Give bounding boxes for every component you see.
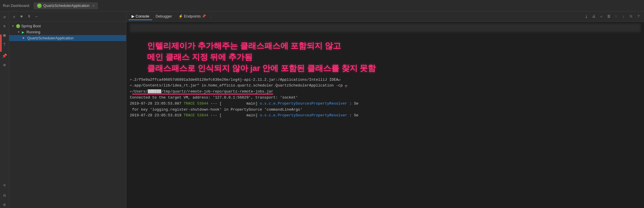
softwrap-icon[interactable]: ⏎ [598,14,604,20]
tree-item-running[interactable]: ▼ ▶ Running [9,29,126,35]
tree-arrow-springboot: ▼ [11,24,14,28]
run-panel-toolbar: ↺ ■ ⏸ ⋯ [9,11,126,22]
settings-icon[interactable]: ⚙ [1,201,8,208]
log-line-trace-2: 2019-07-28 23:05:53.819 TRACE 53844 --- … [130,113,641,119]
path-underlined: /Users/██████/tmp/quartz/remote-job-repo… [132,89,273,95]
run-arrow-icon: ▶ [22,30,25,34]
toolbar-more-icon[interactable]: ⋯ [33,14,40,20]
stop-toolbar-icon[interactable]: ■ [18,14,25,20]
log-line-3: ⌐/Users/██████/tmp/quartz/remote-job-rep… [130,89,641,95]
title-bar: Run Dashboard: 🌱 QuartzSchedulerApplicat… [0,0,644,11]
camera-icon[interactable]: ⊙ [1,182,8,188]
layout-icon[interactable]: ⊞ [1,61,8,68]
pin-icon[interactable]: 📌 [1,52,8,59]
log-line-connected: Connected to the target VM, address: '12… [130,95,641,101]
run-panel: ↺ ■ ⏸ ⋯ ▼ 🌱 Spring Boot ▼ ▶ Running [9,11,126,208]
log-line-shutdown: for key 'logging.register-shutdown-hook'… [130,107,641,113]
main-layout: ↺ ⇅ ▣ ⊤ 📌 ⊞ ⊙ ⊟ ⚙ ↺ ■ ⏸ ⋯ ▼ 🌱 Spring Boo… [0,11,644,208]
annotation-line-1: 인텔리제이가 추가해주는 클래스패스에 포함되지 않고 [147,40,629,51]
log-line-1: ⌐.2/f5e9a2ffca496057d6891a3de65128efc636… [130,77,641,83]
pause-toolbar-icon[interactable]: ⏸ [26,14,32,20]
debugger-label: Debugger [156,14,172,18]
tree-item-springboot[interactable]: ▼ 🌱 Spring Boot [9,23,126,29]
clear-icon[interactable]: 🗑 [606,14,612,20]
tab-debugger[interactable]: Debugger [153,13,175,20]
up-scroll-icon[interactable]: ↑ [613,14,619,20]
tab-close-button[interactable]: × [92,4,95,8]
running-label: Running [26,30,40,34]
stop-all-icon[interactable]: ▣ [1,32,8,38]
console-icon: ▶ [132,14,134,18]
log-line-trace-1: 2019-07-28 23:05:53.807 TRACE 53844 --- … [130,101,641,107]
rerun-toolbar-icon[interactable]: ↺ [11,14,17,20]
console-toolbar-right: ⤓ 🖨 ⏎ 🗑 ↑ ↓ ⎘ ? [583,14,642,20]
run-tree: ▼ 🌱 Spring Boot ▼ ▶ Running ✦ QuartzSche… [9,22,126,208]
spring-boot-icon: 🌱 [16,24,20,28]
print-icon[interactable]: 🖨 [591,14,597,20]
endpoints-label: Endpoints [184,14,201,18]
spring-boot-label: Spring Boot [21,24,41,28]
grid-icon[interactable]: ⊟ [1,192,8,199]
scroll-end-icon[interactable]: ⤓ [583,14,589,20]
down-scroll-icon[interactable]: ↓ [620,14,627,20]
tree-item-quartz-app[interactable]: ✦ QuartzSchedulerApplication [9,35,126,41]
filter-icon[interactable]: ⊤ [1,41,8,48]
console-tab-label: Console [136,14,149,18]
endpoints-pin-icon: 📌 [202,14,206,18]
copy-output-icon[interactable]: ⎘ [628,14,634,20]
console-panel: ▶ Console Debugger ⚡ Endpoints 📌 ⤓ 🖨 ⏎ 🗑 [126,11,644,208]
annotation-line-3: 클래스패스로 인식되지 않아 jar 안에 포함된 클래스를 찾지 못함 [147,63,629,74]
app-icon: ✦ [22,36,25,40]
annotation-box: 인텔리제이가 추가해주는 클래스패스에 포함되지 않고 메인 클래스 지정 뒤에… [130,34,641,77]
console-toolbar: ▶ Console Debugger ⚡ Endpoints 📌 ⤓ 🖨 ⏎ 🗑 [126,11,644,22]
tab-console[interactable]: ▶ Console [129,13,152,20]
blurred-top-line [130,24,641,32]
run-dashboard-label: Run Dashboard: [3,3,30,8]
rerun-icon[interactable]: ↺ [1,13,8,20]
panel-area: ↺ ■ ⏸ ⋯ ▼ 🌱 Spring Boot ▼ ▶ Running [9,11,644,208]
app-tab[interactable]: 🌱 QuartzSchedulerApplication × [34,2,98,9]
tab-endpoints[interactable]: ⚡ Endpoints 📌 [176,13,209,20]
tab-separator [211,14,211,19]
quartz-app-label: QuartzSchedulerApplication [27,36,74,40]
rerun-all-icon[interactable]: ⇅ [1,22,8,29]
help-icon[interactable]: ? [635,14,642,20]
tree-arrow-running: ▼ [17,30,20,34]
tab-label: QuartzSchedulerApplication [43,3,90,8]
endpoints-icon: ⚡ [178,14,183,18]
spring-tab-icon: 🌱 [37,3,42,8]
annotation-line-2: 메인 클래스 지정 뒤에 추가됨 [147,51,629,63]
console-output[interactable]: 인텔리제이가 추가해주는 클래스패스에 포함되지 않고 메인 클래스 지정 뒤에… [126,22,644,208]
log-line-2: ⌐.app/Contents/lib/idea_rt.jar" io.homo_… [130,83,641,89]
